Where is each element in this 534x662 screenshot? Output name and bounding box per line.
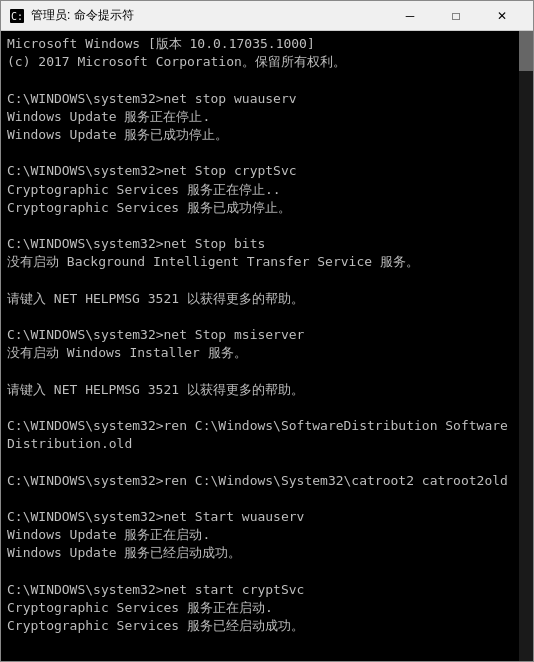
titlebar: C: 管理员: 命令提示符 ─ □ ✕ <box>1 1 533 31</box>
window-title: 管理员: 命令提示符 <box>31 7 387 24</box>
maximize-button[interactable]: □ <box>433 1 479 31</box>
svg-text:C:: C: <box>11 11 23 22</box>
scrollbar[interactable] <box>519 31 533 661</box>
scrollbar-thumb[interactable] <box>519 31 533 71</box>
cmd-window: C: 管理员: 命令提示符 ─ □ ✕ Microsoft Windows [版… <box>0 0 534 662</box>
console-output: Microsoft Windows [版本 10.0.17035.1000] (… <box>1 31 533 661</box>
close-button[interactable]: ✕ <box>479 1 525 31</box>
window-icon: C: <box>9 8 25 24</box>
minimize-button[interactable]: ─ <box>387 1 433 31</box>
window-controls: ─ □ ✕ <box>387 1 525 31</box>
console-text: Microsoft Windows [版本 10.0.17035.1000] (… <box>7 35 527 635</box>
